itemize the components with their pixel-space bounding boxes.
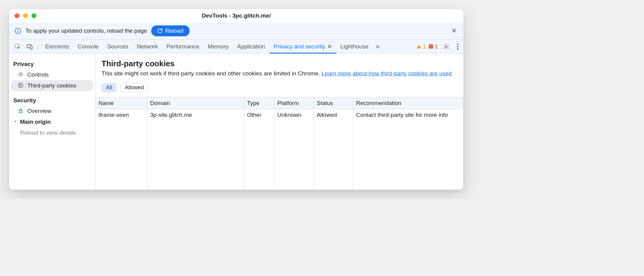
svg-point-16	[20, 84, 20, 85]
reload-button[interactable]: Reload	[151, 25, 189, 36]
tab-network[interactable]: Network	[133, 40, 162, 54]
warning-triangle-icon	[416, 44, 422, 49]
main-pane: Third-party cookies This site might not …	[95, 54, 463, 190]
gear-icon	[18, 71, 24, 78]
body-split: Privacy Controls Third-party cookies Sec…	[9, 54, 463, 190]
svg-point-11	[457, 43, 458, 44]
tab-memory[interactable]: Memory	[204, 40, 233, 54]
traffic-lights	[15, 13, 36, 18]
cookie-icon	[18, 82, 24, 89]
window-zoom-button[interactable]	[32, 13, 36, 18]
window-minimize-button[interactable]	[23, 13, 28, 18]
tab-application[interactable]: Application	[233, 40, 270, 54]
chip-all[interactable]: All	[101, 83, 117, 92]
tabstrip-right: 1 ! 1	[416, 43, 461, 50]
table-empty-space	[95, 121, 463, 190]
filter-chips: All Allowed	[95, 79, 463, 97]
cell-domain: 3p-site.glitch.me	[147, 109, 244, 121]
svg-rect-7	[30, 46, 32, 49]
reload-infobar: To apply your updated controls, reload t…	[9, 22, 463, 40]
lock-icon	[18, 108, 24, 114]
col-header-platform[interactable]: Platform	[274, 97, 314, 109]
window-title: DevTools - 3pc.glitch.me/	[202, 12, 271, 19]
devtools-window: DevTools - 3pc.glitch.me/ To apply your …	[9, 9, 463, 190]
error-square-icon: !	[428, 44, 433, 49]
sidebar-item-label: Third-party cookies	[27, 82, 76, 89]
page-title: Third-party cookies	[101, 59, 457, 68]
sidebar-item-label: Overview	[27, 108, 51, 114]
titlebar: DevTools - 3pc.glitch.me/	[9, 9, 463, 22]
separator	[38, 43, 38, 51]
table-header-row: Name Domain Type Platform Status Recomme…	[95, 97, 463, 109]
sidebar-item-overview[interactable]: Overview	[9, 106, 95, 117]
tab-privacy-and-security[interactable]: Privacy and security✕	[270, 40, 336, 54]
sidebar-reload-detail: Reload to view details	[9, 127, 95, 138]
svg-point-12	[457, 46, 458, 47]
infobar-message: To apply your updated controls, reload t…	[25, 28, 147, 34]
sidebar-item-label: Controls	[27, 71, 49, 78]
tab-console[interactable]: Console	[73, 40, 103, 54]
tab-privacy-label: Privacy and security	[274, 43, 325, 50]
device-toolbar-icon[interactable]	[25, 42, 34, 51]
sidebar-group-security: Security	[9, 95, 95, 106]
more-tabs-icon[interactable]: »	[373, 43, 383, 51]
tabstrip: Elements Console Sources Network Perform…	[9, 40, 463, 54]
col-header-domain[interactable]: Domain	[147, 97, 244, 109]
page-description-text: This site might not work if third-party …	[101, 70, 322, 77]
tab-sources[interactable]: Sources	[103, 40, 133, 54]
svg-point-15	[18, 83, 23, 88]
col-header-recommendation[interactable]: Recommendation	[353, 97, 463, 109]
col-header-type[interactable]: Type	[244, 97, 274, 109]
sidebar-item-controls[interactable]: Controls	[9, 69, 95, 80]
svg-point-10	[445, 46, 447, 48]
tab-elements[interactable]: Elements	[41, 40, 73, 54]
inspect-icon[interactable]	[13, 42, 22, 51]
cell-status: Allowed	[314, 109, 353, 121]
tab-performance[interactable]: Performance	[162, 40, 204, 54]
tab-lighthouse[interactable]: Lighthouse	[336, 40, 373, 54]
sidebar: Privacy Controls Third-party cookies Sec…	[9, 54, 95, 190]
svg-point-2	[18, 29, 18, 30]
learn-more-link[interactable]: Learn more about how third-party cookies…	[322, 70, 452, 77]
col-header-name[interactable]: Name	[95, 97, 147, 109]
col-header-status[interactable]: Status	[314, 97, 353, 109]
svg-point-14	[20, 74, 22, 75]
warning-count[interactable]: 1	[416, 43, 426, 50]
error-count[interactable]: ! 1	[428, 43, 438, 50]
error-count-value: 1	[435, 43, 438, 50]
chevron-down-icon	[13, 119, 18, 125]
cookies-table: Name Domain Type Platform Status Recomme…	[95, 97, 463, 190]
kebab-menu-icon[interactable]	[454, 43, 461, 50]
cell-type: Other	[244, 109, 274, 121]
svg-point-18	[20, 86, 21, 87]
infobar-close-icon[interactable]	[450, 25, 458, 36]
cell-name: iframe-seen	[95, 109, 147, 121]
info-icon	[15, 28, 21, 34]
window-close-button[interactable]	[15, 13, 19, 18]
svg-text:!: !	[430, 44, 431, 48]
page-description: This site might not work if third-party …	[101, 70, 457, 77]
cell-platform: Unknown	[274, 109, 314, 121]
table-row[interactable]: iframe-seen 3p-site.glitch.me Other Unkn…	[95, 109, 463, 121]
svg-point-13	[457, 48, 458, 49]
tab-close-icon[interactable]: ✕	[327, 43, 332, 50]
chip-allowed[interactable]: Allowed	[120, 83, 148, 92]
svg-rect-19	[19, 110, 22, 113]
sidebar-group-privacy: Privacy	[9, 59, 95, 69]
sidebar-item-label: Main origin	[20, 119, 51, 125]
warning-count-value: 1	[423, 43, 426, 50]
sidebar-item-third-party-cookies[interactable]: Third-party cookies	[11, 80, 93, 91]
sidebar-item-main-origin[interactable]: Main origin	[9, 117, 95, 127]
settings-gear-icon[interactable]	[440, 43, 452, 50]
svg-point-17	[21, 85, 22, 85]
reload-button-label: Reload	[165, 28, 183, 34]
main-header: Third-party cookies This site might not …	[95, 54, 463, 79]
cell-recommendation: Contact third-party site for more info	[353, 109, 463, 121]
